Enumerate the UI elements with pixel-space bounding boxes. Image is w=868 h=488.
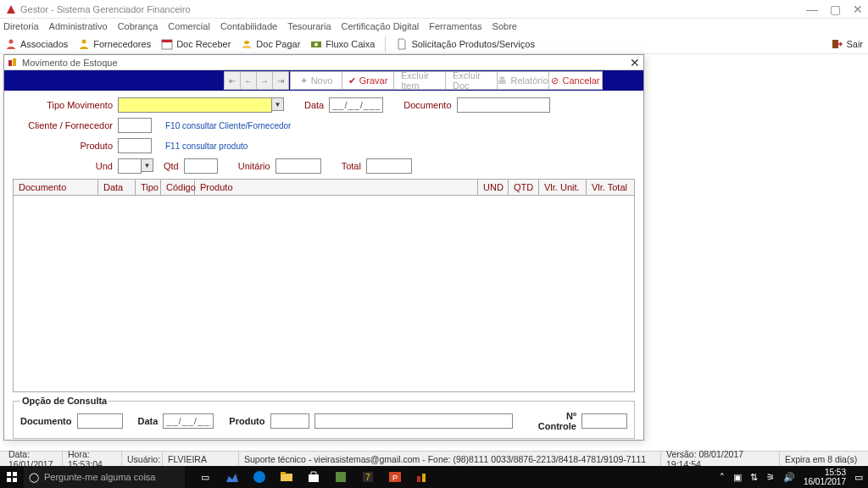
menu-contabilidade[interactable]: Contabilidade [220, 21, 277, 31]
toolbar-doc-pagar[interactable]: Doc Pagar [241, 38, 300, 50]
status-expira: Expira em 8 dia(s) [780, 452, 865, 466]
person-yellow-icon [78, 38, 90, 50]
consulta-label-documento: Documento [20, 416, 72, 426]
col-und[interactable]: UND [478, 180, 509, 195]
excluir-doc-button[interactable]: Excluir Doc [445, 71, 498, 90]
col-codigo[interactable]: Código [161, 180, 195, 195]
consulta-label-controle: Nº Controle [528, 411, 576, 431]
taskbar-app-3[interactable]: 7 [356, 466, 380, 488]
label-qtd: Qtd [164, 161, 179, 171]
title-bar: Gestor - Sistema Gerenciador Financeiro … [0, 0, 868, 19]
notifications-icon[interactable]: ▭ [854, 472, 863, 483]
col-vlr-total[interactable]: Vlr. Total [587, 180, 634, 195]
close-icon[interactable]: ✕ [630, 56, 640, 69]
window-minimize-icon[interactable]: — [806, 3, 818, 16]
toolbar-doc-receber[interactable]: Doc Receber [161, 38, 231, 50]
app-status-bar: Data: 16/01/2017 Hora: 15:53:04 Usuário:… [0, 451, 868, 466]
relatorio-button[interactable]: 🖶 Relatório [497, 71, 549, 90]
taskbar-powerpoint[interactable]: P [383, 466, 407, 488]
table-header: Documento Data Tipo Código Produto UND Q… [14, 180, 634, 196]
total-input[interactable] [366, 158, 412, 174]
menu-ferramentas[interactable]: Ferramentas [429, 21, 481, 31]
hint-cliente[interactable]: F10 consultar Cliente/Fornecedor [165, 121, 291, 130]
novo-button[interactable]: ✦ Novo [290, 71, 342, 90]
start-button[interactable] [0, 466, 24, 488]
taskbar-store[interactable] [302, 466, 326, 488]
menu-comercial[interactable]: Comercial [168, 21, 210, 31]
nav-prev-button[interactable]: ← [240, 71, 257, 90]
tray-network-icon[interactable]: ⇅ [750, 472, 758, 483]
menu-administrativo[interactable]: Administrativo [49, 21, 108, 31]
col-produto[interactable]: Produto [195, 180, 478, 195]
tipo-movimento-dropdown[interactable]: ▼ [272, 97, 284, 111]
menu-diretoria[interactable]: Diretoria [3, 21, 39, 31]
consulta-data-input[interactable] [163, 413, 214, 429]
tipo-movimento-input[interactable] [118, 97, 272, 113]
taskbar-search[interactable]: ◯ Pergunte-me alguma coisa [24, 466, 185, 488]
modal-titlebar: Movimento de Estoque ✕ [4, 55, 643, 70]
consulta-label-data: Data [138, 416, 159, 426]
und-input[interactable] [118, 158, 142, 174]
toolbar-sair[interactable]: Sair [831, 38, 863, 50]
hint-produto[interactable]: F11 consultar produto [165, 141, 248, 151]
label-tipo-movimento: Tipo Movimento [13, 100, 113, 110]
unitario-input[interactable] [275, 158, 321, 174]
tray-volume-icon[interactable]: 🔊 [783, 472, 795, 483]
qtd-input[interactable] [184, 158, 218, 174]
svg-rect-23 [417, 476, 420, 482]
status-data: Data: 16/01/2017 [3, 452, 63, 466]
taskbar-explorer[interactable] [275, 466, 298, 488]
col-qtd[interactable]: QTD [509, 180, 539, 195]
nav-next-button[interactable]: → [256, 71, 273, 90]
tray-battery-icon[interactable]: ▣ [733, 472, 742, 483]
tray-chevron-icon[interactable]: ˄ [720, 472, 725, 483]
taskbar-edge[interactable] [248, 466, 271, 488]
tray-wifi-icon[interactable]: ⚞ [766, 472, 775, 483]
excluir-item-button[interactable]: Excluir Item [393, 71, 446, 90]
toolbar-solicitacao[interactable]: Solicitação Produtos/Serviços [396, 38, 535, 50]
person-red-icon [5, 38, 17, 50]
svg-rect-10 [7, 472, 11, 476]
taskbar-app-1[interactable] [220, 466, 244, 488]
nav-first-button[interactable]: ⇤ [224, 71, 241, 90]
menu-tesouraria[interactable]: Tesouraria [287, 21, 331, 31]
svg-point-4 [244, 41, 249, 44]
menu-certificacao[interactable]: Certificação Digital [342, 21, 420, 31]
menu-bar: Diretoria Administrativo Cobrança Comerc… [0, 19, 868, 34]
toolbar-fluxo-caixa[interactable]: Fluxo Caixa [310, 38, 375, 50]
taskbar-app-2[interactable] [329, 466, 353, 488]
menu-cobranca[interactable]: Cobrança [118, 21, 159, 31]
data-input[interactable] [329, 97, 383, 113]
hand-money-icon [241, 38, 253, 50]
gravar-button[interactable]: ✔ Gravar [342, 71, 394, 90]
exit-icon [831, 38, 843, 50]
window-close-icon[interactable]: ✕ [853, 3, 863, 16]
col-documento[interactable]: Documento [14, 180, 98, 195]
consulta-documento-input[interactable] [77, 413, 123, 429]
cliente-fornecedor-input[interactable] [118, 118, 152, 133]
label-und: Und [13, 161, 113, 171]
col-tipo[interactable]: Tipo [136, 180, 161, 195]
taskbar-clock[interactable]: 15:53 16/01/2017 [804, 468, 846, 486]
toolbar-associados[interactable]: Associados [5, 38, 68, 50]
check-icon: ✔ [348, 75, 356, 86]
consulta-controle-input[interactable] [581, 413, 627, 429]
consulta-produto-code-input[interactable] [270, 413, 309, 429]
cancelar-button[interactable]: ⊘ Cancelar [548, 71, 603, 90]
svg-point-14 [253, 471, 265, 483]
toolbar-fornecedores[interactable]: Fornecedores [78, 38, 151, 50]
nav-last-button[interactable]: ⇥ [272, 71, 289, 90]
produto-input[interactable] [118, 138, 152, 153]
main-toolbar: Associados Fornecedores Doc Receber Doc … [0, 34, 868, 54]
documento-input[interactable] [457, 97, 550, 113]
svg-text:7: 7 [365, 473, 370, 482]
taskbar-app-gestor[interactable] [410, 466, 434, 488]
col-data[interactable]: Data [98, 180, 136, 195]
task-view-button[interactable]: ▭ [193, 466, 217, 488]
consulta-produto-name-input[interactable] [314, 413, 513, 429]
app-icon [5, 3, 17, 15]
col-vlr-unit[interactable]: Vlr. Unit. [539, 180, 587, 195]
window-maximize-icon[interactable]: ▢ [830, 3, 841, 16]
und-dropdown[interactable]: ▼ [142, 158, 153, 172]
menu-sobre[interactable]: Sobre [492, 21, 517, 31]
